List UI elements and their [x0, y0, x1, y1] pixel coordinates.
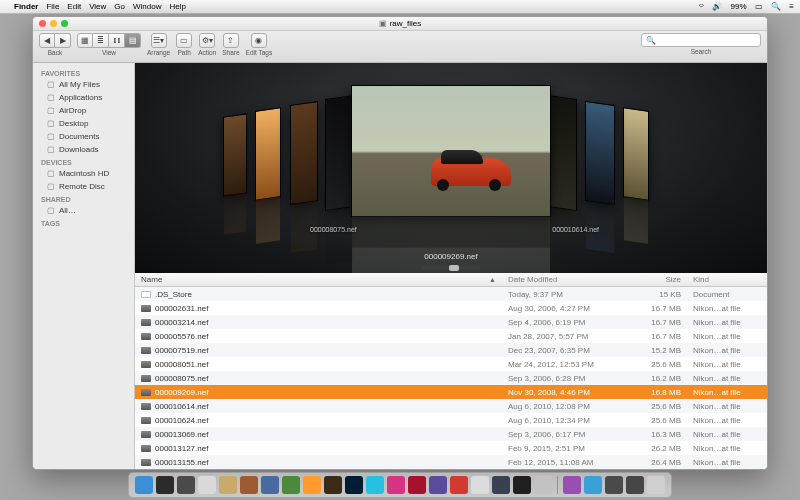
forward-button[interactable]: ▶ — [55, 33, 71, 48]
action-button[interactable]: ⚙▾ — [199, 33, 215, 48]
volume-icon[interactable]: 🔊 — [712, 2, 722, 11]
dock-app[interactable] — [219, 476, 237, 494]
dock-app[interactable] — [345, 476, 363, 494]
table-row[interactable]: 000013127.nefFeb 9, 2015, 2:51 PM26.2 MB… — [135, 441, 767, 455]
status-icons: ⌔ 🔊 99% ▭ 🔍 ≡ — [693, 2, 794, 11]
app-name[interactable]: Finder — [14, 2, 38, 11]
table-row[interactable]: 000008075.nefSep 3, 2006, 6:28 PM16.2 MB… — [135, 371, 767, 385]
dock-app[interactable] — [303, 476, 321, 494]
file-icon — [141, 459, 151, 466]
zoom-button[interactable] — [61, 20, 68, 27]
titlebar[interactable]: ▣ raw_files — [33, 17, 767, 31]
column-size[interactable]: Size — [632, 273, 687, 286]
spotlight-icon[interactable]: 🔍 — [771, 2, 781, 11]
notification-center-icon[interactable]: ≡ — [789, 2, 794, 11]
menu-help[interactable]: Help — [169, 2, 185, 11]
dock-app[interactable] — [626, 476, 644, 494]
sidebar-item[interactable]: ▢Downloads — [33, 143, 134, 156]
sidebar-item-icon: ▢ — [47, 106, 55, 115]
coverflow-thumb[interactable] — [623, 107, 649, 201]
table-row[interactable]: 000003214.nefSep 4, 2006, 6:19 PM16.7 MB… — [135, 315, 767, 329]
coverflow-area[interactable]: 000008075.nef 000010614.nef 000009269.ne… — [135, 63, 767, 273]
close-button[interactable] — [39, 20, 46, 27]
column-name[interactable]: Name▲ — [135, 273, 502, 286]
table-row[interactable]: .DS_StoreToday, 9:37 PM15 KBDocument — [135, 287, 767, 301]
dock-app[interactable] — [605, 476, 623, 494]
sidebar-item[interactable]: ▢Documents — [33, 130, 134, 143]
search-field[interactable]: 🔍 — [641, 33, 761, 47]
coverflow-scrubber[interactable] — [421, 266, 481, 270]
sidebar-item[interactable]: ▢All… — [33, 204, 134, 217]
menu-file[interactable]: File — [46, 2, 59, 11]
dock-app[interactable] — [324, 476, 342, 494]
icon-view-button[interactable]: ▦ — [77, 33, 93, 48]
column-view-button[interactable]: ⫿⫿ — [109, 33, 125, 48]
dock-app[interactable] — [198, 476, 216, 494]
view-switcher[interactable]: ▦ ≣ ⫿⫿ ▤ — [77, 33, 141, 48]
share-button[interactable]: ⇪ — [223, 33, 239, 48]
dock-app[interactable] — [584, 476, 602, 494]
menu-window[interactable]: Window — [133, 2, 161, 11]
coverflow-thumb[interactable] — [547, 95, 577, 211]
dock-app[interactable] — [177, 476, 195, 494]
file-icon — [141, 445, 151, 452]
battery-icon[interactable]: ▭ — [755, 2, 763, 11]
sidebar-item[interactable]: ▢Macintosh HD — [33, 167, 134, 180]
coverflow-thumb[interactable] — [290, 101, 318, 205]
sidebar: FAVORITES▢All My Files▢Applications▢AirD… — [33, 63, 135, 469]
menu-view[interactable]: View — [89, 2, 106, 11]
coverflow-view-button[interactable]: ▤ — [125, 33, 141, 48]
dock-app[interactable] — [471, 476, 489, 494]
menu-go[interactable]: Go — [114, 2, 125, 11]
file-icon — [141, 361, 151, 368]
table-row[interactable]: 000005576.nefJan 28, 2007, 5:57 PM16.7 M… — [135, 329, 767, 343]
menu-edit[interactable]: Edit — [67, 2, 81, 11]
sidebar-item[interactable]: ▢Remote Disc — [33, 180, 134, 193]
table-row[interactable]: 000009269.nefNov 30, 2008, 4:46 PM16.8 M… — [135, 385, 767, 399]
table-row[interactable]: 000013155.nefFeb 12, 2015, 11:08 AM26.4 … — [135, 455, 767, 469]
table-row[interactable]: 000013069.nefSep 3, 2006, 6:17 PM16.3 MB… — [135, 427, 767, 441]
dock-app[interactable] — [261, 476, 279, 494]
dock-app[interactable] — [450, 476, 468, 494]
dock-app[interactable] — [408, 476, 426, 494]
dock-app[interactable] — [492, 476, 510, 494]
path-button[interactable]: ▭ — [176, 33, 192, 48]
coverflow-thumb[interactable] — [255, 107, 281, 201]
dock-app[interactable] — [240, 476, 258, 494]
sidebar-item[interactable]: ▢All My Files — [33, 78, 134, 91]
file-icon — [141, 375, 151, 382]
dock-app[interactable] — [534, 476, 552, 494]
table-row[interactable]: 000010624.nefAug 6, 2010, 12:34 PM25.6 M… — [135, 413, 767, 427]
sidebar-item[interactable]: ▢Applications — [33, 91, 134, 104]
dock-app[interactable] — [647, 476, 665, 494]
table-row[interactable]: 000002631.nefAug 30, 2006, 4:27 PM16.7 M… — [135, 301, 767, 315]
search-icon: 🔍 — [646, 36, 656, 45]
minimize-button[interactable] — [50, 20, 57, 27]
coverflow-current[interactable] — [351, 85, 551, 217]
dock-app[interactable] — [156, 476, 174, 494]
arrange-button[interactable]: ☰▾ — [151, 33, 167, 48]
back-button[interactable]: ◀ — [39, 33, 55, 48]
column-date[interactable]: Date Modified — [502, 273, 632, 286]
toolbar: ◀ ▶ Back ▦ ≣ ⫿⫿ ▤ View ☰▾ Arrange ▭ Path… — [33, 31, 767, 63]
coverflow-thumb[interactable] — [585, 101, 615, 205]
dock-app[interactable] — [366, 476, 384, 494]
dock-app[interactable] — [282, 476, 300, 494]
file-list: Name▲ Date Modified Size Kind .DS_StoreT… — [135, 273, 767, 469]
table-row[interactable]: 000008051.nefMar 24, 2012, 12:53 PM25.6 … — [135, 357, 767, 371]
dock-app[interactable] — [513, 476, 531, 494]
dock-app[interactable] — [387, 476, 405, 494]
dock-app[interactable] — [429, 476, 447, 494]
coverflow-thumb[interactable] — [223, 113, 247, 196]
edit-tags-button[interactable]: ◉ — [251, 33, 267, 48]
sidebar-item[interactable]: ▢Desktop — [33, 117, 134, 130]
sidebar-item-icon: ▢ — [47, 206, 55, 215]
dock-app[interactable] — [135, 476, 153, 494]
column-kind[interactable]: Kind — [687, 273, 767, 286]
list-view-button[interactable]: ≣ — [93, 33, 109, 48]
wifi-icon[interactable]: ⌔ — [699, 2, 704, 11]
sidebar-item[interactable]: ▢AirDrop — [33, 104, 134, 117]
table-row[interactable]: 000010614.nefAug 6, 2010, 12:08 PM25.6 M… — [135, 399, 767, 413]
table-row[interactable]: 000007519.nefDec 23, 2007, 6:35 PM15.2 M… — [135, 343, 767, 357]
dock-app[interactable] — [563, 476, 581, 494]
